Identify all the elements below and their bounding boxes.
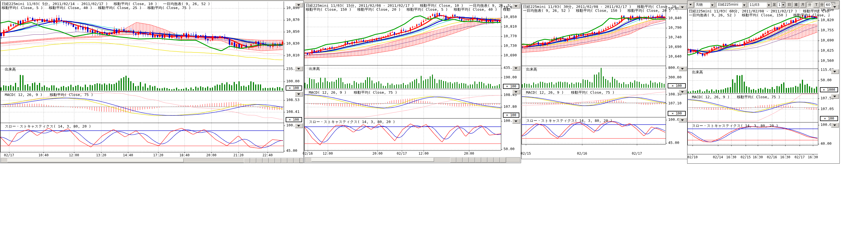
axis-dropdown-button-price[interactable] xyxy=(679,5,687,10)
axis-dropdown-button-volume[interactable] xyxy=(512,66,520,71)
macd-axis-label: 108.53 xyxy=(286,98,300,102)
mini-toolbar-button[interactable] xyxy=(500,157,506,162)
time-axis-label: 21:20 xyxy=(234,153,244,157)
axis-dropdown-button-price[interactable] xyxy=(295,3,303,7)
price-chart-canvas[interactable] xyxy=(0,1,304,163)
volume-axis-label: 100.00 xyxy=(286,79,300,83)
mini-toolbar-button[interactable] xyxy=(481,157,487,162)
axis-dropdown-button-volume[interactable] xyxy=(295,66,303,71)
volume-multiplier-box: × 100 xyxy=(503,84,519,89)
chart-window-60min-chart[interactable]: 先物日経225mini11/03足1日週月分T分60日経225mini 11/0… xyxy=(687,1,840,164)
axis-dropdown-button-price[interactable] xyxy=(512,4,520,8)
mini-toolbar-button[interactable] xyxy=(475,157,481,162)
scrollbar-thumb[interactable] xyxy=(311,158,434,162)
price-axis-label: 10,640 xyxy=(668,54,682,59)
mini-toolbar-button[interactable] xyxy=(463,157,469,162)
macd-axis-label: 107.05 xyxy=(820,107,834,111)
chevron-down-icon[interactable] xyxy=(710,2,715,7)
price-axis-label: 10,560 xyxy=(820,59,834,63)
mini-toolbar-button[interactable] xyxy=(244,158,250,163)
stochastics-section-label: スロー・ストキャスティクス( 14, 3, 80, 20 ) xyxy=(526,119,612,123)
time-axis-label: 02/17 xyxy=(632,152,642,155)
symbol-select[interactable]: 日経225mini xyxy=(716,2,747,8)
scrollbar-thumb[interactable] xyxy=(7,158,184,162)
category-select-value: 先物 xyxy=(696,2,703,7)
window-dropdown-button[interactable] xyxy=(688,2,694,8)
mini-toolbar-button[interactable] xyxy=(469,157,475,162)
axis-dropdown-button-volume[interactable] xyxy=(831,69,839,74)
mini-toolbar-button[interactable] xyxy=(262,158,269,163)
mini-toolbar-button[interactable] xyxy=(487,157,494,162)
period-button-月[interactable]: 月 xyxy=(800,2,806,8)
price-chart-canvas[interactable] xyxy=(522,4,687,159)
axis-dropdown-button-price[interactable] xyxy=(831,4,839,9)
mini-toolbar-button[interactable] xyxy=(456,157,463,162)
volume-multiplier-box: × 100 xyxy=(286,85,302,90)
price-axis-label: 10,755 xyxy=(820,28,834,32)
mini-toolbar-button[interactable] xyxy=(275,158,281,163)
chart-window-30min-chart[interactable]: 日経225mini 11/03( 30分, 2011/02/08 - 2011/… xyxy=(521,4,687,159)
period-button-T[interactable]: T xyxy=(813,2,819,8)
stepper-arrows-icon[interactable] xyxy=(781,2,785,7)
axis-dropdown-button-stoch[interactable] xyxy=(295,123,303,128)
time-axis-label: 16:30 xyxy=(726,155,736,159)
chart-window-15min-chart[interactable]: 日経225mini 11/03( 15分, 2011/02/08 - 2011/… xyxy=(304,3,521,163)
mini-toolbar-button[interactable] xyxy=(494,157,500,162)
axis-dropdown-button-macd[interactable] xyxy=(679,89,687,94)
period-button-日[interactable]: 日 xyxy=(786,2,792,8)
category-select[interactable]: 先物 xyxy=(694,2,715,8)
time-axis-label: 10:40 xyxy=(38,153,49,157)
price-axis-label: 10,830 xyxy=(286,41,300,45)
chart-window-5min-chart[interactable]: 日経225mini 11/03( 5分, 2011/02/14 - 2011/0… xyxy=(0,1,304,163)
time-axis-label: 12:00 xyxy=(323,152,333,155)
mini-toolbar-button[interactable] xyxy=(293,158,300,163)
period-button-分[interactable]: 分 xyxy=(807,2,813,8)
volume-axis-label: 190.00 xyxy=(503,75,517,79)
mini-toolbar-button[interactable] xyxy=(256,158,262,163)
time-axis-label: 20:00 xyxy=(464,152,474,155)
mini-toolbar-button[interactable] xyxy=(287,158,293,163)
stoch-axis-label: 50.00 xyxy=(503,147,515,151)
workspace: 日経225mini 11/03( 5分, 2011/02/14 - 2011/0… xyxy=(0,0,868,228)
macd-section-label: MACD( 12, 26, 9 ) 移動平均( Close, 75 ) xyxy=(692,95,780,99)
axis-dropdown-button-macd[interactable] xyxy=(831,94,839,99)
mini-toolbar-button[interactable] xyxy=(450,157,456,162)
macd-multiplier-box: × 100 xyxy=(820,116,838,121)
price-axis-label: 10,690 xyxy=(668,45,682,49)
period-button-週[interactable]: 週 xyxy=(793,2,799,8)
axis-dropdown-button-stoch[interactable] xyxy=(679,118,687,122)
time-axis-label: 20:00 xyxy=(372,152,382,155)
mini-toolbar-button[interactable] xyxy=(250,158,256,163)
chart-header-line1: 日経225mini 11/03( 30分, 2011/02/08 - 2011/… xyxy=(523,5,677,9)
volume-multiplier-box: × 1000 xyxy=(820,87,838,92)
axis-dropdown-button-macd[interactable] xyxy=(512,89,520,94)
time-axis-label: 16:30 xyxy=(780,155,790,159)
volume-section-label: 出来高 xyxy=(526,68,537,71)
time-axis-label: 02/16 xyxy=(767,155,777,159)
macd-multiplier-box: × 100 xyxy=(503,113,519,118)
price-chart-canvas[interactable] xyxy=(687,1,839,163)
axis-dropdown-button-stoch[interactable] xyxy=(512,119,520,124)
macd-multiplier-box: × 100 xyxy=(668,111,686,116)
chevron-down-icon[interactable] xyxy=(767,2,772,7)
axis-dropdown-button-volume[interactable] xyxy=(679,66,687,71)
contract-select[interactable]: 11/03 xyxy=(748,2,772,8)
time-axis-label: 13:20 xyxy=(96,153,106,157)
minute-value: 60 xyxy=(826,3,830,7)
mini-toolbar-button[interactable] xyxy=(281,158,287,163)
time-axis-label: 22:40 xyxy=(262,153,273,157)
time-axis-label: 12:00 xyxy=(418,152,429,155)
axis-dropdown-button-stoch[interactable] xyxy=(831,123,839,127)
axis-dropdown-button-macd[interactable] xyxy=(295,92,303,97)
time-axis-label: 02/15 xyxy=(521,152,531,155)
bar-count-stepper[interactable]: 1 xyxy=(777,2,785,8)
chevron-down-icon[interactable] xyxy=(742,2,747,7)
macd-multiplier-box: × 100 xyxy=(286,117,302,122)
price-chart-canvas[interactable] xyxy=(304,3,521,163)
contract-select-value: 11/03 xyxy=(750,3,760,7)
volume-section-label: 出来高 xyxy=(5,68,16,71)
price-axis-label: 10,690 xyxy=(503,53,517,57)
price-axis-label: 10,690 xyxy=(820,38,834,42)
mini-toolbar-button[interactable] xyxy=(269,158,275,163)
time-axis-label: 02/10 xyxy=(687,155,698,159)
